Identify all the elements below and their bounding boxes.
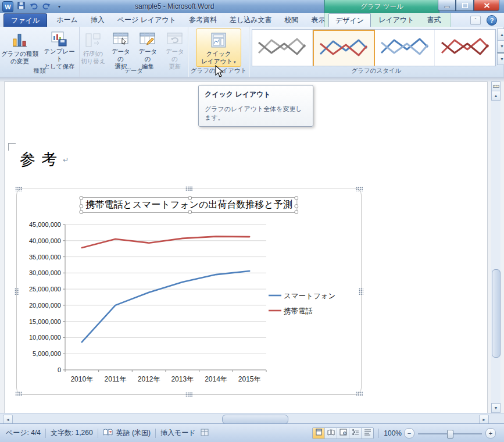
edit-data-button[interactable]: データの 編集 — [135, 28, 161, 67]
gallery-scroll-down-button[interactable]: ▼ — [497, 40, 504, 52]
svg-text:2011年: 2011年 — [105, 375, 127, 383]
title-handle — [188, 196, 192, 200]
close-icon — [484, 0, 490, 10]
select-data-button[interactable]: データの 選択 — [108, 28, 134, 67]
tab-references[interactable]: 参考資料 — [183, 13, 223, 27]
tab-chart-layout[interactable]: レイアウト — [372, 13, 420, 27]
insert-mode-indicator[interactable]: 挿入モード — [160, 428, 196, 438]
quick-layout-icon — [210, 30, 227, 50]
tab-review[interactable]: 校閲 — [278, 13, 305, 27]
word-logo-icon[interactable]: W — [2, 1, 13, 12]
quick-layout-button[interactable]: クイック レイアウト▾ — [196, 28, 241, 67]
tab-format[interactable]: 書式 — [421, 13, 448, 27]
scroll-right-button[interactable]: ► — [479, 415, 489, 424]
tooltip-title: クイック レイアウト — [205, 90, 307, 99]
document-area: 参考↵ 携帯電話とスマートフォンの出荷台数推移と予測 — [0, 82, 504, 413]
proofing-status[interactable] — [103, 429, 113, 438]
ribbon-bottom-edge — [0, 77, 504, 82]
tab-design[interactable]: デザイン — [328, 13, 371, 27]
svg-text:20,000,000: 20,000,000 — [29, 302, 61, 309]
overtype-indicator[interactable] — [201, 429, 209, 438]
chart-style-blue[interactable] — [375, 30, 435, 66]
tab-mailings[interactable]: 差し込み文書 — [223, 13, 278, 27]
vertical-scroll-track[interactable] — [491, 101, 501, 404]
window-title: sample5 - Microsoft Word — [135, 2, 214, 10]
selection-handle[interactable] — [15, 187, 22, 191]
zoom-out-button[interactable]: − — [404, 428, 414, 439]
word-count-indicator[interactable]: 文字数: 1,260 — [51, 428, 93, 438]
minimize-ribbon-button[interactable]: ˆ — [470, 16, 481, 25]
svg-text:0: 0 — [58, 366, 61, 373]
svg-text:35,000,000: 35,000,000 — [29, 254, 61, 261]
selection-handle[interactable] — [356, 187, 363, 191]
close-button[interactable] — [474, 0, 499, 11]
selection-handle[interactable] — [185, 392, 192, 397]
ruler-toggle-button[interactable] — [491, 81, 501, 91]
chart-title[interactable]: 携帯電話とスマートフォンの出荷台数推移と予測 — [80, 197, 297, 213]
title-handle — [79, 204, 83, 208]
scroll-up-button[interactable]: ▲ — [491, 91, 501, 101]
select-data-icon — [112, 30, 130, 48]
selection-handle[interactable] — [15, 391, 22, 396]
contextual-tabs: デザイン レイアウト 書式 — [324, 13, 451, 27]
zoom-in-button[interactable]: + — [485, 428, 496, 439]
print-layout-view-button[interactable] — [313, 428, 325, 439]
zoom-slider[interactable] — [418, 429, 482, 438]
svg-text:5,000,000: 5,000,000 — [33, 350, 61, 357]
tab-page-layout[interactable]: ページ レイアウト — [111, 13, 183, 27]
title-handle — [79, 196, 83, 200]
vertical-scroll-thumb[interactable] — [492, 269, 501, 358]
button-label: データの — [135, 48, 160, 63]
page-indicator[interactable]: ページ: 4/4 — [6, 428, 41, 438]
switch-row-column-button[interactable]: 行/列の 切り替え — [80, 28, 106, 67]
tab-insert[interactable]: 挿入 — [84, 13, 111, 27]
outline-icon — [352, 429, 359, 437]
chart-style-gray[interactable] — [252, 30, 313, 66]
button-label: 行/列の — [83, 50, 103, 58]
web-layout-view-button[interactable] — [337, 428, 349, 439]
chart-style-blue-red[interactable] — [313, 30, 375, 66]
separator — [155, 429, 156, 438]
svg-text:45,000,000: 45,000,000 — [29, 221, 61, 228]
selection-handle[interactable] — [359, 288, 363, 295]
redo-button[interactable] — [41, 2, 52, 12]
change-chart-type-button[interactable]: グラフの種類 の変更 — [1, 28, 39, 67]
undo-button[interactable] — [28, 2, 39, 12]
gallery-scroll: ▲ ▼ ▼ — [497, 29, 504, 65]
fullscreen-reading-view-button[interactable] — [325, 428, 337, 439]
save-as-template-button[interactable]: テンプレート として保存 — [40, 28, 78, 67]
gallery-more-button[interactable]: ▼ — [497, 52, 504, 65]
draft-view-button[interactable] — [362, 428, 373, 439]
tab-home[interactable]: ホーム — [50, 13, 84, 27]
help-button[interactable]: ? — [487, 15, 497, 26]
selection-handle[interactable] — [185, 186, 192, 191]
save-icon — [17, 1, 26, 12]
line-chart[interactable]: 05,000,00010,000,00015,000,00020,000,000… — [19, 218, 358, 392]
save-button[interactable] — [16, 2, 26, 12]
outline-view-button[interactable] — [349, 428, 362, 439]
undo-icon — [29, 1, 38, 12]
language-indicator[interactable]: 英語 (米国) — [116, 428, 151, 438]
horizontal-scrollbar: ◄ ► — [0, 413, 504, 424]
horizontal-scroll-thumb[interactable] — [222, 415, 288, 424]
maximize-button[interactable] — [456, 0, 474, 11]
zoom-level[interactable]: 100% — [384, 429, 402, 437]
gallery-scroll-up-button[interactable]: ▲ — [497, 28, 504, 41]
chart-object[interactable]: 携帯電話とスマートフォンの出荷台数推移と予測 05,000,00010,000,… — [16, 188, 362, 395]
svg-text:2013年: 2013年 — [171, 375, 194, 383]
scroll-left-button[interactable]: ◄ — [3, 415, 13, 424]
switch-row-column-icon — [84, 30, 102, 50]
customize-qat-button[interactable]: ▾ — [54, 2, 65, 12]
minimize-button[interactable] — [438, 0, 456, 11]
maximize-icon — [462, 0, 468, 10]
tab-file[interactable]: ファイル — [3, 13, 47, 27]
document-page[interactable]: 参考↵ 携帯電話とスマートフォンの出荷台数推移と予測 — [5, 82, 487, 413]
selection-handle[interactable] — [356, 391, 363, 396]
svg-text:スマートフォン: スマートフォン — [284, 292, 335, 300]
scroll-down-button[interactable]: ▼ — [491, 403, 501, 413]
chart-style-red[interactable] — [435, 30, 495, 66]
main-tabs: ファイル ホーム 挿入 ページ レイアウト 参考資料 差し込み文書 校閲 表示 — [3, 13, 332, 27]
zoom-slider-thumb[interactable] — [447, 430, 453, 439]
ribbon-tab-row: ファイル ホーム 挿入 ページ レイアウト 参考資料 差し込み文書 校閲 表示 … — [0, 13, 504, 27]
refresh-data-button[interactable]: データの 更新 — [162, 28, 188, 67]
